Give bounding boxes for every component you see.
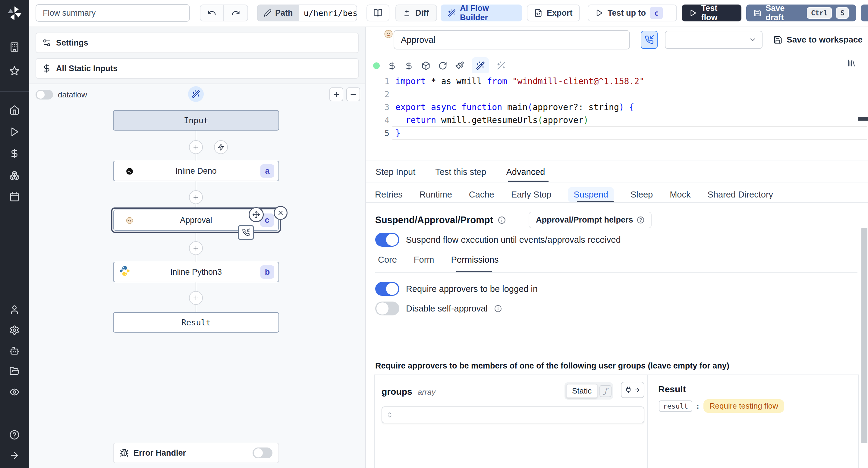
approval-helpers-button[interactable]: Approval/Prompt helpers [529,212,652,228]
insert-step-button[interactable] [189,140,203,154]
result-value-pill[interactable]: Require testing flow [704,399,784,413]
tab-shared-directory[interactable]: Shared Directory [707,190,773,200]
resources-button[interactable] [404,61,413,70]
test-up-to-button[interactable]: Test up to c [588,4,677,21]
panel-scrollbar[interactable] [861,228,867,443]
tab-test-this-step[interactable]: Test this step [435,167,486,177]
library-button[interactable] [847,59,856,67]
sidebar-item-workers[interactable] [9,346,20,356]
insert-step-button[interactable] [189,190,203,204]
format-button[interactable] [455,61,464,70]
variables-button[interactable] [388,61,397,70]
sidebar-item-variables[interactable] [9,148,20,158]
error-handler-row[interactable]: Error Handler [113,443,279,463]
tab-advanced[interactable]: Advanced [506,167,545,177]
tab-early-stop[interactable]: Early Stop [511,190,552,200]
move-step-button[interactable] [249,207,264,222]
delete-step-button[interactable] [274,206,287,220]
package-icon [421,61,430,70]
tab-step-input[interactable]: Step Input [375,167,415,177]
flow-node-result[interactable]: Result [113,312,279,332]
diff-button[interactable]: Diff [396,4,437,21]
plug-connect-button[interactable] [621,382,644,398]
tab-cache[interactable]: Cache [469,190,494,200]
sidebar-item-workspace[interactable] [9,42,20,52]
tag-select[interactable] [665,31,763,49]
sidebar-item-help[interactable] [9,430,20,440]
groups-array-input[interactable] [381,407,644,423]
static-option[interactable]: Static [566,384,598,398]
suspend-step-button[interactable] [641,31,658,49]
sidebar-item-home[interactable] [9,105,20,115]
zoom-in-button[interactable] [330,87,343,101]
all-static-inputs-row[interactable]: All Static Inputs [36,58,359,79]
reload-button[interactable] [438,61,447,70]
suspend-title: Suspend/Approval/Prompt [375,215,493,226]
tab-sleep[interactable]: Sleep [630,190,653,200]
sidebar-item-runs[interactable] [9,127,20,137]
insert-trigger-button[interactable] [214,140,228,154]
fx-option[interactable]: ƒ [599,385,612,397]
insert-step-button[interactable] [189,291,203,305]
arrow-right-icon [634,387,641,393]
flow-node-python[interactable]: Inline Python3 b [113,262,279,282]
flow-node-input[interactable]: Input [113,110,279,130]
sidebar-item-folders[interactable] [9,366,20,376]
export-button[interactable]: Export [527,4,580,21]
sidebar-item-schedules[interactable] [9,192,20,202]
zoom-out-button[interactable] [346,87,360,101]
library-icon [847,59,856,67]
baby-emoji-icon [383,28,394,38]
boxes-icon [9,170,20,181]
error-handler-label: Error Handler [133,448,186,458]
result-key-chip[interactable]: result [659,401,692,412]
tab-form[interactable]: Form [414,255,434,265]
package-button[interactable] [421,61,430,70]
disable-self-approval-toggle[interactable] [375,301,399,315]
sidebar-item-users[interactable] [9,304,20,315]
insert-step-button[interactable] [189,241,203,255]
flow-node-deno[interactable]: Inline Deno a [113,161,279,181]
input-node-label: Input [184,116,208,125]
save-draft-label: Save draft [766,4,802,22]
flow-settings-row[interactable]: Settings [36,33,359,53]
star-icon [9,66,20,76]
docs-button[interactable] [367,4,390,21]
flow-summary-input[interactable]: Flow summary [36,4,190,22]
tab-runtime[interactable]: Runtime [420,190,452,200]
path-label: Path [275,8,293,18]
undo-button[interactable] [200,5,224,21]
sidebar-expand-button[interactable] [9,450,20,461]
error-handler-toggle[interactable] [253,447,273,458]
require-login-toggle[interactable] [375,282,399,296]
sidebar-item-resources[interactable] [9,170,20,181]
test-flow-button[interactable]: Test flow [682,4,741,21]
tab-mock[interactable]: Mock [670,190,690,200]
sidebar-item-settings[interactable] [9,325,20,335]
step-name-input[interactable]: Approval [394,30,630,50]
ai-flow-builder-button[interactable]: AI Flow Builder [441,4,522,21]
ai-off-button[interactable] [497,61,506,70]
info-icon[interactable] [498,216,506,224]
path-value-input[interactable]: u/henri/bes [299,5,356,21]
code-editor[interactable]: 12345 import * as wmill from "windmill-c… [366,73,868,160]
sidebar-item-audit-logs[interactable] [9,387,20,397]
undo-redo-group [200,4,248,21]
tab-retries[interactable]: Retries [375,190,403,200]
deploy-button-partial[interactable] [861,4,868,21]
windmill-logo[interactable] [7,5,22,22]
info-icon[interactable] [494,305,502,313]
suspend-flow-toggle[interactable] [375,233,399,247]
tab-permissions[interactable]: Permissions [451,255,499,265]
dataflow-toggle[interactable] [36,90,53,99]
save-draft-button[interactable]: Save draft Ctrl S [746,4,856,21]
tab-suspend[interactable]: Suspend [568,187,614,202]
sidebar-item-favorites[interactable] [9,66,20,76]
ai-assistant-button[interactable] [472,57,489,74]
redo-button[interactable] [224,5,247,21]
code-lines: import * as wmill from "windmill-client@… [396,75,644,140]
save-to-workspace-button[interactable]: Save to workspace [773,31,863,48]
path-button[interactable]: Path [258,5,299,21]
tab-core[interactable]: Core [378,255,397,265]
graph-ai-button[interactable] [188,86,204,102]
